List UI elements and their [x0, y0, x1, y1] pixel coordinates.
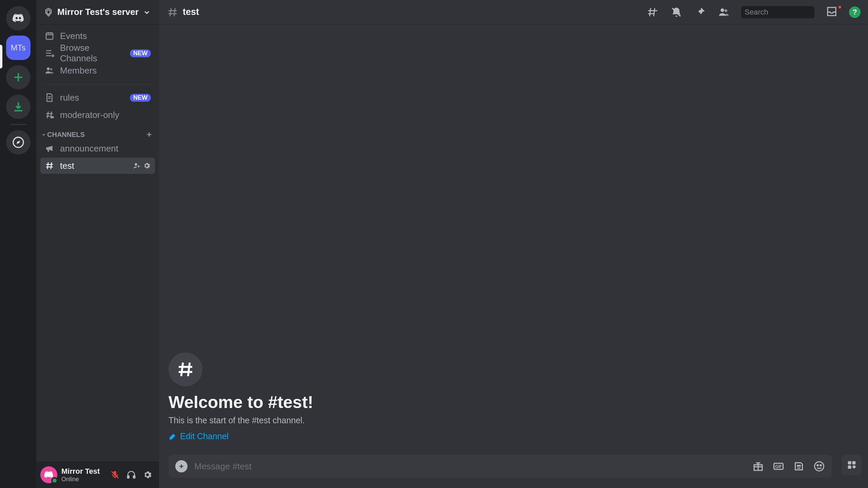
help-button[interactable]: ?: [849, 6, 861, 18]
test-label: test: [60, 161, 74, 171]
svg-point-6: [135, 163, 137, 166]
edit-channel-label: Edit Channel: [180, 431, 229, 441]
pencil-icon: [169, 432, 177, 441]
svg-point-3: [47, 67, 50, 70]
message-input[interactable]: [194, 461, 745, 472]
sticker-icon[interactable]: [793, 460, 805, 472]
user-status: Online: [61, 476, 107, 483]
server-initials: MTs: [11, 43, 26, 53]
welcome-hash-badge: [169, 352, 202, 386]
welcome-title: Welcome to #test!: [169, 392, 859, 412]
moderator-label: moderator-only: [60, 110, 119, 120]
mic-muted-icon: [110, 470, 120, 480]
svg-rect-7: [127, 476, 129, 479]
svg-rect-20: [848, 461, 851, 465]
welcome-subtitle: This is the start of the #test channel.: [169, 415, 859, 425]
threads-icon[interactable]: [647, 6, 659, 18]
new-badge: NEW: [130, 94, 151, 102]
moderator-only-channel[interactable]: moderator-only: [40, 107, 155, 123]
browse-channels-item[interactable]: Browse Channels NEW: [40, 45, 155, 61]
plus-icon: [178, 463, 185, 470]
announcement-label: announcement: [60, 143, 118, 154]
server-header[interactable]: Mirror Test's server: [36, 0, 159, 24]
channels-category[interactable]: CHANNELS: [40, 124, 155, 140]
svg-rect-22: [848, 465, 851, 469]
discover-button[interactable]: [6, 130, 31, 155]
apps-button[interactable]: [842, 455, 862, 475]
plus-icon: [12, 70, 25, 84]
deafen-button[interactable]: [124, 467, 139, 482]
rules-label: rules: [60, 93, 79, 103]
messages-area: Welcome to #test! This is the start of t…: [159, 24, 868, 455]
rules-icon: [44, 93, 55, 103]
hash-icon: [44, 161, 55, 171]
svg-point-16: [800, 465, 801, 466]
svg-point-9: [721, 8, 724, 12]
download-icon: [12, 100, 25, 114]
rules-channel[interactable]: rules NEW: [40, 89, 155, 106]
inbox-icon[interactable]: [826, 5, 838, 18]
user-settings-button[interactable]: [140, 467, 155, 482]
svg-rect-5: [51, 116, 54, 118]
svg-point-19: [820, 465, 822, 466]
gift-icon[interactable]: [752, 460, 764, 472]
message-composer: GIF: [169, 455, 832, 478]
announcement-channel[interactable]: announcement: [40, 140, 155, 157]
user-info[interactable]: Mirror Test Online: [61, 467, 107, 483]
help-label: ?: [852, 8, 857, 17]
svg-rect-21: [852, 461, 855, 465]
members-label: Members: [60, 65, 97, 76]
invite-icon[interactable]: [133, 162, 141, 170]
svg-rect-1: [46, 33, 53, 39]
svg-point-15: [797, 465, 798, 466]
server-boost-icon: [44, 7, 53, 17]
svg-point-18: [817, 465, 818, 466]
svg-point-4: [50, 68, 53, 70]
user-panel: Mirror Test Online: [36, 462, 159, 488]
new-badge: NEW: [130, 49, 151, 57]
headphones-icon: [126, 470, 136, 480]
discord-logo-icon: [12, 12, 25, 25]
svg-point-10: [725, 9, 727, 12]
emoji-icon[interactable]: [813, 460, 825, 472]
apps-icon: [846, 459, 857, 471]
active-server-pill: [0, 45, 2, 68]
members-item[interactable]: Members: [40, 62, 155, 79]
hash-lock-icon: [44, 110, 55, 120]
inbox-notification-dot: [837, 5, 842, 9]
chevron-down-icon: [41, 132, 46, 137]
gear-icon: [142, 470, 153, 480]
download-apps-button[interactable]: [6, 95, 31, 119]
direct-messages-button[interactable]: [6, 6, 31, 30]
gear-icon[interactable]: [143, 162, 151, 170]
server-name: Mirror Test's server: [57, 7, 139, 17]
gif-icon[interactable]: GIF: [772, 460, 785, 472]
edit-channel-link[interactable]: Edit Channel: [169, 431, 229, 441]
member-list-icon[interactable]: [718, 6, 730, 18]
server-mirror-test[interactable]: MTs: [6, 36, 31, 60]
hash-icon: [166, 6, 179, 18]
calendar-icon: [44, 31, 55, 41]
svg-point-17: [815, 462, 824, 471]
pinned-icon[interactable]: [694, 6, 706, 18]
category-label: CHANNELS: [47, 131, 85, 139]
sidebar-separator: [43, 84, 152, 85]
user-name: Mirror Test: [61, 467, 107, 476]
add-server-button[interactable]: [6, 65, 31, 89]
user-avatar[interactable]: [40, 466, 57, 483]
mute-button[interactable]: [107, 467, 122, 482]
announcement-icon: [44, 143, 55, 154]
attach-button[interactable]: [175, 460, 188, 472]
svg-rect-8: [133, 476, 135, 479]
test-channel[interactable]: test: [40, 158, 155, 174]
svg-point-2: [52, 55, 54, 57]
browse-label: Browse Channels: [60, 43, 124, 64]
svg-text:GIF: GIF: [775, 464, 782, 469]
notifications-muted-icon[interactable]: [670, 6, 683, 18]
hash-icon: [175, 359, 196, 380]
chevron-down-icon: [142, 7, 152, 17]
events-item[interactable]: Events: [40, 28, 155, 44]
search-box[interactable]: [741, 6, 814, 18]
create-channel-icon[interactable]: [145, 130, 154, 139]
channel-top-bar: test ?: [159, 0, 868, 24]
